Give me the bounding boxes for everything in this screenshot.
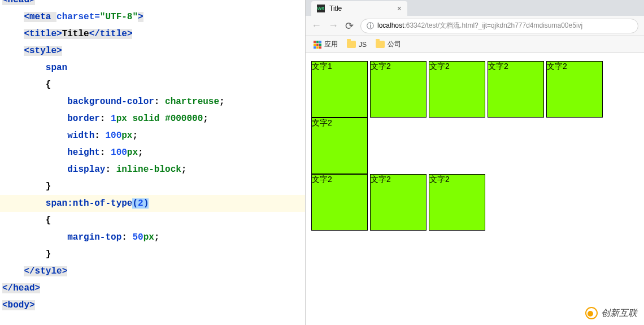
reload-button[interactable]: ⟳	[345, 20, 354, 32]
bookmarks-bar: 应用 JS 公司	[306, 36, 644, 53]
code-line[interactable]: }	[0, 178, 305, 195]
bookmark-folder[interactable]: 公司	[376, 40, 401, 49]
demo-span: 文字2	[429, 174, 485, 231]
code-line[interactable]: {	[0, 212, 305, 229]
demo-span: 文字2	[546, 61, 603, 118]
code-line[interactable]: height: 100px;	[0, 144, 305, 161]
url-host: localhost	[377, 21, 404, 29]
demo-span: 文字2	[488, 61, 544, 118]
code-line[interactable]: span:nth-of-type(2)	[0, 195, 305, 212]
url-input[interactable]: ⓘ localhost:63342/test/文档流.html?_ijt=qjk…	[360, 19, 638, 33]
code-line[interactable]: }	[0, 246, 305, 263]
watermark: 创新互联	[585, 307, 637, 319]
apps-icon	[314, 41, 321, 49]
code-line[interactable]: width: 100px;	[0, 127, 305, 144]
tab-strip: WS Title ×	[306, 0, 644, 16]
code-line[interactable]: {	[0, 76, 305, 93]
code-line[interactable]: </style>	[0, 263, 305, 280]
code-line[interactable]: span	[0, 59, 305, 76]
address-bar: ← → ⟳ ⓘ localhost:63342/test/文档流.html?_i…	[306, 16, 644, 36]
demo-span: 文字2	[311, 174, 368, 231]
info-icon[interactable]: ⓘ	[367, 21, 374, 31]
demo-span: 文字2	[429, 61, 485, 118]
page-viewport: 文字1文字2文字2文字2文字2文字2文字2文字2文字2	[306, 53, 644, 325]
code-line[interactable]: <meta charset="UTF-8">	[0, 8, 305, 25]
url-port: :63342	[404, 21, 425, 29]
watermark-text: 创新互联	[601, 307, 637, 319]
demo-span: 文字2	[370, 174, 427, 231]
url-path: /test/文档流.html?_ijt=qjkdn2h777d4mdisuma0…	[425, 21, 582, 29]
code-line[interactable]: <title>Title</title>	[0, 25, 305, 42]
browser-tab[interactable]: WS Title ×	[311, 1, 407, 16]
favicon-icon: WS	[317, 5, 325, 12]
code-line[interactable]: display: inline-block;	[0, 161, 305, 178]
demo-span: 文字2	[311, 118, 368, 174]
bookmark-label: JS	[359, 41, 367, 49]
code-line[interactable]: <body>	[0, 297, 305, 314]
back-button[interactable]: ←	[311, 20, 321, 32]
folder-icon	[376, 41, 385, 48]
browser-window: WS Title × ← → ⟳ ⓘ localhost:63342/test/…	[305, 0, 644, 325]
bookmark-folder[interactable]: JS	[347, 41, 367, 49]
apps-label: 应用	[324, 40, 338, 49]
close-icon[interactable]: ×	[397, 4, 402, 13]
code-line[interactable]: </head>	[0, 280, 305, 297]
tab-title: Title	[329, 5, 342, 12]
bookmark-label: 公司	[388, 40, 401, 49]
folder-icon	[347, 41, 356, 48]
code-line[interactable]: <style>	[0, 42, 305, 59]
code-line[interactable]: margin-top: 50px;	[0, 229, 305, 246]
watermark-icon	[585, 307, 598, 319]
demo-span: 文字2	[370, 61, 427, 118]
code-line[interactable]: background-color: chartreuse;	[0, 93, 305, 110]
code-line[interactable]: border: 1px solid #000000;	[0, 110, 305, 127]
forward-button[interactable]: →	[328, 20, 338, 32]
code-editor[interactable]: <head> <meta charset="UTF-8"> <title>Tit…	[0, 0, 305, 325]
apps-button[interactable]: 应用	[314, 40, 338, 49]
code-line[interactable]: <head>	[0, 0, 305, 8]
demo-span: 文字1	[311, 61, 368, 118]
